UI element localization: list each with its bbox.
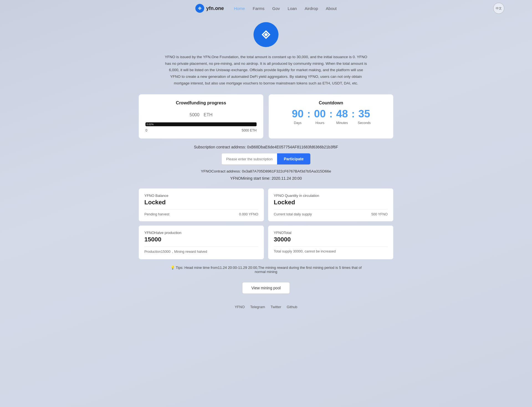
info-balance-value: Locked	[144, 199, 258, 206]
nav-home[interactable]: Home	[234, 6, 245, 11]
info-total-sub-label: Total supply 30000, cannot be increased	[274, 249, 336, 253]
participate-button[interactable]: Participate	[277, 153, 310, 164]
nav-farms[interactable]: Farms	[253, 6, 265, 11]
info-total-sub: Total supply 30000, cannot be increased	[274, 249, 388, 253]
countdown-wrap: 90 Days : 00 Hours : 48 Minutes : 35 Sec…	[275, 108, 387, 125]
progress-bar-container: 0.02%	[145, 122, 257, 126]
footer-github[interactable]: Github	[287, 305, 297, 309]
info-balance-sub-label: Pending harvest	[144, 212, 169, 216]
countdown-days-label: Days	[294, 121, 301, 125]
subscription-input[interactable]	[222, 153, 277, 164]
view-mining-pool-button[interactable]: View mining pool	[242, 282, 290, 294]
tips-section: 💡 Tips: Head mine time from11.24 20:00-1…	[169, 266, 363, 274]
nav-gov[interactable]: Gov	[272, 6, 280, 11]
info-balance-sub: Pending harvest 0.000 YFNO	[144, 212, 258, 216]
info-card-total: YFNOTotal 30000 Total supply 30000, cann…	[268, 225, 393, 259]
footer-twitter[interactable]: Twitter	[270, 305, 281, 309]
info-card-circulation: YFNO Quantity in circulation Locked Curr…	[268, 188, 393, 221]
countdown-card: Countdown 90 Days : 00 Hours : 48 Minute…	[268, 94, 393, 139]
info-total-value: 30000	[274, 236, 388, 243]
info-circulation-sub-value: 500 YFNO	[371, 212, 388, 216]
countdown-sep-1: :	[306, 108, 312, 120]
footer-yfno[interactable]: YFNO	[235, 305, 245, 309]
countdown-hours: 00 Hours	[312, 108, 328, 125]
countdown-sep-2: :	[328, 108, 334, 120]
countdown-seconds-value: 35	[358, 108, 370, 120]
countdown-minutes-label: Minutes	[336, 121, 348, 125]
countdown-hours-label: Hours	[315, 121, 324, 125]
info-circulation-sub: Current total daily supply 500 YFNO	[274, 212, 388, 216]
nav-links: Home Farms Gov Loan Airdrop About	[234, 6, 337, 11]
crowdfunding-amount: 5000 ETH	[145, 108, 257, 119]
crowdfunding-card: Crowdfunding progress 5000 ETH 0.02% 0 5…	[139, 94, 264, 139]
countdown-days: 90 Days	[290, 108, 306, 125]
info-circulation-label: YFNO Quantity in circulation	[274, 194, 388, 198]
info-halve-value: 15000	[144, 236, 258, 243]
countdown-hours-value: 00	[314, 108, 326, 120]
brand-icon	[195, 4, 204, 13]
info-halve-sub-label: Production15000，Mining reward halved	[144, 249, 207, 254]
progress-max: 5000 ETH	[242, 128, 257, 132]
lang-button[interactable]: 中文	[493, 3, 504, 14]
info-balance-sub-value: 0.000 YFNO	[239, 212, 258, 216]
progress-label: 0.02%	[147, 122, 154, 126]
nav-about[interactable]: About	[326, 6, 337, 11]
info-circulation-value: Locked	[274, 199, 388, 206]
nav-center: yfn.one Home Farms Gov Loan Airdrop Abou…	[195, 4, 337, 13]
crowdfunding-unit: ETH	[204, 112, 213, 117]
crowdfunding-title: Crowdfunding progress	[145, 101, 257, 105]
countdown-sep-3: :	[351, 108, 356, 120]
countdown-seconds: 35 Seconds	[356, 108, 373, 125]
subscription-address: Subscription contract address: 0xB68DbaE…	[194, 145, 338, 149]
brand-text: yfn.one	[206, 6, 224, 11]
info-halve-sub: Production15000，Mining reward halved	[144, 249, 258, 254]
cards-row: Crowdfunding progress 5000 ETH 0.02% 0 5…	[139, 94, 393, 139]
yfno-contract-address: YFNOContract address: 0x3a87A705D8961F32…	[201, 169, 331, 173]
nav-airdrop[interactable]: Airdrop	[305, 6, 318, 11]
mining-time: YFNOMining start time: 2020.11.24 20:00	[230, 176, 302, 181]
progress-min: 0	[145, 128, 147, 132]
countdown-minutes: 48 Minutes	[334, 108, 351, 125]
nav-brand: yfn.one	[195, 4, 224, 13]
main-content: YFNO is issued by the YFN.One Foundation…	[133, 17, 399, 326]
hero-logo	[254, 22, 278, 47]
countdown-minutes-value: 48	[336, 108, 348, 120]
description-text: YFNO is issued by the YFN.One Foundation…	[163, 54, 369, 86]
countdown-seconds-label: Seconds	[358, 121, 371, 125]
footer-telegram[interactable]: Telegram	[250, 305, 265, 309]
progress-bar-fill: 0.02%	[145, 122, 257, 126]
info-balance-label: YFNO Balance	[144, 194, 258, 198]
info-card-halve: YFNOHalve production 15000 Production150…	[139, 225, 264, 259]
subscription-input-row: Participate	[221, 153, 311, 165]
info-total-label: YFNOTotal	[274, 231, 388, 235]
info-grid: YFNO Balance Locked Pending harvest 0.00…	[139, 188, 393, 259]
countdown-days-value: 90	[292, 108, 303, 120]
countdown-title: Countdown	[275, 101, 387, 105]
footer: YFNO Telegram Twitter Github	[235, 305, 297, 309]
info-halve-label: YFNOHalve production	[144, 231, 258, 235]
tips-icon: 💡	[170, 266, 175, 270]
tips-text: Tips: Head mine time from11.24 20:00-11.…	[176, 266, 362, 274]
progress-range: 0 5000 ETH	[145, 128, 257, 132]
nav-loan[interactable]: Loan	[288, 6, 297, 11]
crowdfunding-amount-value: 5000	[190, 112, 200, 117]
info-card-balance: YFNO Balance Locked Pending harvest 0.00…	[139, 188, 264, 221]
info-circulation-sub-label: Current total daily supply	[274, 212, 312, 216]
navbar: yfn.one Home Farms Gov Loan Airdrop Abou…	[0, 0, 532, 17]
